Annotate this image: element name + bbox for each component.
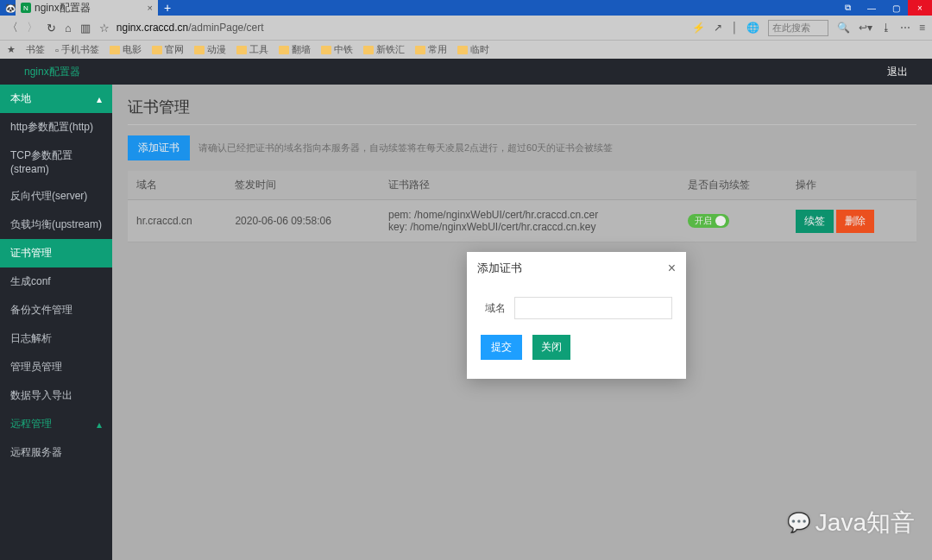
translate-icon[interactable]: 🌐: [746, 22, 759, 34]
domain-label: 域名: [481, 301, 506, 316]
sidebar-item-log[interactable]: 日志解析: [0, 324, 112, 353]
nginx-favicon: N: [21, 3, 31, 13]
folder-icon: [279, 46, 289, 54]
browser-tab[interactable]: N nginx配置器 ×: [16, 0, 158, 16]
close-tab-icon[interactable]: ×: [148, 3, 153, 13]
folder-icon: [457, 46, 468, 54]
logout-link[interactable]: 退出: [887, 65, 908, 79]
url-text: nginx.craccd.cn/adminPage/cert: [116, 22, 264, 34]
chevron-up-icon: ▴: [97, 418, 102, 431]
tab-title: nginx配置器: [35, 1, 91, 16]
home-icon[interactable]: ⌂: [65, 22, 72, 35]
forward-icon[interactable]: 〉: [27, 20, 38, 35]
bookmarks-bar: ★ 书签 ▫手机书签 电影 官网 动漫 工具 翻墙 中铁 新铁汇 常用 临时: [0, 40, 932, 59]
close-button[interactable]: 关闭: [532, 335, 570, 360]
browser-search-input[interactable]: 在此搜索: [768, 20, 828, 36]
bookmark-folder[interactable]: 工具: [236, 43, 268, 56]
back-icon[interactable]: 〈: [7, 20, 18, 35]
app-topnav: nginx配置器 退出: [0, 59, 932, 85]
sidebar-item-backup[interactable]: 备份文件管理: [0, 296, 112, 324]
close-window-icon[interactable]: ×: [908, 0, 932, 16]
url-box[interactable]: ☆ nginx.craccd.cn/adminPage/cert: [99, 22, 684, 35]
hamburger-icon[interactable]: ≡: [919, 22, 925, 34]
sidebar-group-local[interactable]: 本地▴: [0, 85, 112, 113]
tab-overview-icon[interactable]: ⧉: [835, 0, 860, 16]
separator: │: [731, 22, 738, 34]
bookmarks-label: 书签: [26, 43, 45, 56]
sidebar-item-remote-server[interactable]: 远程服务器: [0, 438, 112, 467]
sidebar-item-conf[interactable]: 生成conf: [0, 267, 112, 296]
domain-input[interactable]: [514, 297, 672, 319]
browser-titlebar: 🐼 N nginx配置器 × + ⧉ — ▢ ×: [0, 0, 932, 16]
panel-icon[interactable]: ▥: [80, 22, 91, 35]
page-icon: ▫: [55, 45, 59, 55]
search-icon[interactable]: 🔍: [837, 22, 850, 34]
app-favicon: 🐼: [5, 3, 16, 13]
address-bar: 〈 〉 ↻ ⌂ ▥ ☆ nginx.craccd.cn/adminPage/ce…: [0, 16, 932, 40]
folder-icon: [194, 46, 205, 54]
chevron-up-icon: ▴: [97, 93, 102, 105]
folder-icon: [363, 46, 374, 54]
app-brand[interactable]: nginx配置器: [24, 65, 80, 79]
bookmark-item[interactable]: ▫手机书签: [55, 43, 99, 56]
sidebar-item-upstream[interactable]: 负载均衡(upstream): [0, 211, 112, 239]
bookmarks-star-icon[interactable]: ★: [7, 44, 16, 55]
wechat-icon: 💬: [787, 512, 810, 534]
sidebar-item-data[interactable]: 数据导入导出: [0, 381, 112, 410]
folder-icon: [236, 46, 247, 54]
bookmark-folder[interactable]: 官网: [152, 43, 184, 56]
folder-icon: [110, 46, 120, 54]
maximize-icon[interactable]: ▢: [884, 0, 908, 16]
sidebar-item-tcp[interactable]: TCP参数配置(stream): [0, 142, 112, 182]
content-area: 证书管理 添加证书 请确认已经把证书的域名指向本服务器，自动续签将在每天凌晨2点…: [112, 85, 932, 560]
bookmark-folder[interactable]: 电影: [110, 43, 142, 56]
modal-close-icon[interactable]: ×: [668, 261, 676, 276]
share-icon[interactable]: ↗: [714, 22, 722, 34]
download-icon[interactable]: ⭳: [881, 22, 891, 34]
bookmark-folder[interactable]: 翻墙: [279, 43, 311, 56]
star-icon[interactable]: ☆: [99, 22, 110, 35]
reload-icon[interactable]: ↻: [47, 22, 56, 35]
sidebar-item-server[interactable]: 反向代理(server): [0, 182, 112, 211]
bookmark-folder[interactable]: 常用: [415, 43, 447, 56]
sidebar: 本地▴ http参数配置(http) TCP参数配置(stream) 反向代理(…: [0, 85, 112, 560]
add-cert-modal: 添加证书 × 域名 提交 关闭: [467, 252, 686, 379]
sidebar-item-admin[interactable]: 管理员管理: [0, 353, 112, 381]
sidebar-group-remote[interactable]: 远程管理▴: [0, 410, 112, 438]
sidebar-item-cert[interactable]: 证书管理: [0, 239, 112, 267]
new-tab-button[interactable]: +: [158, 1, 177, 15]
menu-dots-icon[interactable]: ⋯: [900, 22, 910, 34]
modal-title: 添加证书: [477, 261, 522, 276]
folder-icon: [415, 46, 425, 54]
flash-icon[interactable]: ⚡: [692, 22, 705, 34]
folder-icon: [152, 46, 162, 54]
bookmark-folder[interactable]: 新铁汇: [363, 43, 405, 56]
bookmark-folder[interactable]: 动漫: [194, 43, 226, 56]
bookmark-folder[interactable]: 临时: [457, 43, 489, 56]
watermark: 💬 Java知音: [787, 507, 915, 539]
bookmark-folder[interactable]: 中铁: [321, 43, 353, 56]
sidebar-item-http[interactable]: http参数配置(http): [0, 113, 112, 142]
window-controls: ⧉ — ▢ ×: [835, 0, 932, 16]
history-icon[interactable]: ↩▾: [859, 22, 872, 34]
submit-button[interactable]: 提交: [481, 335, 522, 360]
folder-icon: [321, 46, 331, 54]
minimize-icon[interactable]: —: [860, 0, 884, 16]
